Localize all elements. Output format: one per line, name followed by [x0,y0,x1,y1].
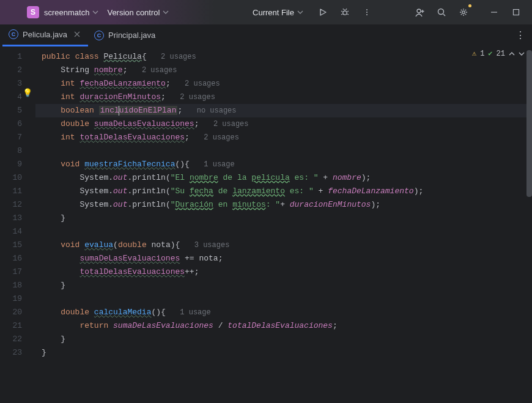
debug-button[interactable] [337,4,353,20]
run-config-label: Current File [253,8,294,17]
inspection-widget[interactable]: ⚠1 ✔21 [472,49,525,58]
svg-point-2 [366,12,368,13]
tab-principal[interactable]: C Principal.java [88,24,161,46]
project-icon[interactable]: S [27,6,39,18]
code-line: System.out.println("Su fecha de lanzamie… [35,185,532,198]
warning-icon: ⚠ [472,49,476,58]
maximize-icon [512,9,520,16]
code-line: int totalDelasEvaluaciones; 2 usages [35,131,532,144]
minimize-icon [490,9,498,16]
line-gutter: 1234567891011121314151617181920212223 [0,46,35,403]
vcs-menu[interactable]: Version control [107,8,169,17]
search-icon [437,7,446,17]
svg-point-4 [417,9,421,13]
svg-point-3 [366,14,368,15]
code-editor[interactable]: 1234567891011121314151617181920212223 💡 … [0,46,532,403]
close-icon [74,31,80,37]
svg-point-1 [366,9,368,10]
code-line: double sumaDeLasEvaluaciones; 2 usages [35,117,532,131]
scrollbar[interactable] [526,50,532,197]
editor-tabs: C Pelicula.java C Principal.java ⋮ [0,24,532,46]
notification-dot-icon [468,4,471,7]
chevron-down-icon [297,9,303,15]
warning-count: 1 [480,50,484,58]
close-tab-button[interactable] [72,29,82,39]
code-line: boolean incluidoEnElPlan; no usages [35,104,532,117]
code-line: int fechaDeLanzamiento; 2 usages [35,77,532,91]
titlebar: S screenmatch Version control Current Fi… [0,0,532,24]
chevron-down-icon[interactable] [519,51,525,57]
project-menu[interactable]: screenmatch [44,8,98,17]
tab-label: Pelicula.java [23,30,67,39]
code-line: } [35,212,532,225]
code-line: return sumaDeLasEvaluaciones / totalDela… [35,319,532,333]
vcs-label: Version control [107,8,160,17]
tab-overflow-button[interactable]: ⋮ [515,29,526,41]
play-icon [319,8,327,17]
code-line: String nombre; 2 usages [35,64,532,77]
svg-point-5 [438,9,444,15]
code-line: int duracionEnMinutos; 2 usages [35,91,532,104]
run-button[interactable] [315,4,331,20]
chevron-down-icon [92,9,98,15]
code-line: totalDelasEvaluaciones++; [35,265,532,279]
code-line: System.out.println("Duración en minutos:… [35,198,532,212]
chevron-up-icon[interactable] [509,51,515,57]
window-maximize-button[interactable] [508,4,524,20]
java-class-icon: C [94,31,104,40]
code-line: } [35,346,532,360]
svg-point-6 [462,11,465,13]
window-minimize-button[interactable] [486,4,502,20]
chevron-down-icon [163,9,169,15]
kebab-icon [363,8,371,17]
code-line: sumaDeLasEvaluaciones += nota; [35,252,532,265]
search-button[interactable] [434,4,449,20]
ok-count: 21 [497,50,505,58]
code-line: double calculaMedia(){ 1 usage [35,306,532,319]
svg-rect-7 [514,10,519,15]
code-line: } [35,279,532,292]
check-icon: ✔ [488,49,492,58]
tab-label: Principal.java [108,31,155,40]
project-name: screenmatch [44,8,89,17]
more-actions-button[interactable] [359,4,375,20]
code-line: void evalua(double nota){ 3 usages [35,238,532,252]
code-area[interactable]: 💡 ⚠1 ✔21 public class Pelicula{ 2 usages… [35,46,532,403]
intention-bulb-icon[interactable]: 💡 [23,88,32,98]
code-line: public class Pelicula{ 2 usages [35,50,532,64]
svg-point-0 [343,11,347,15]
code-line: System.out.println("El nombre de la peli… [35,171,532,185]
code-line: } [35,333,532,346]
code-line: void muestraFichaTecnica(){ 1 usage [35,158,532,171]
user-icon [415,7,424,17]
java-class-icon: C [9,29,18,39]
settings-button[interactable] [456,4,471,20]
bug-icon [341,8,349,17]
tab-pelicula[interactable]: C Pelicula.java [2,24,88,46]
run-config-menu[interactable]: Current File [253,8,303,17]
account-button[interactable] [412,4,427,20]
gear-icon [459,7,468,17]
